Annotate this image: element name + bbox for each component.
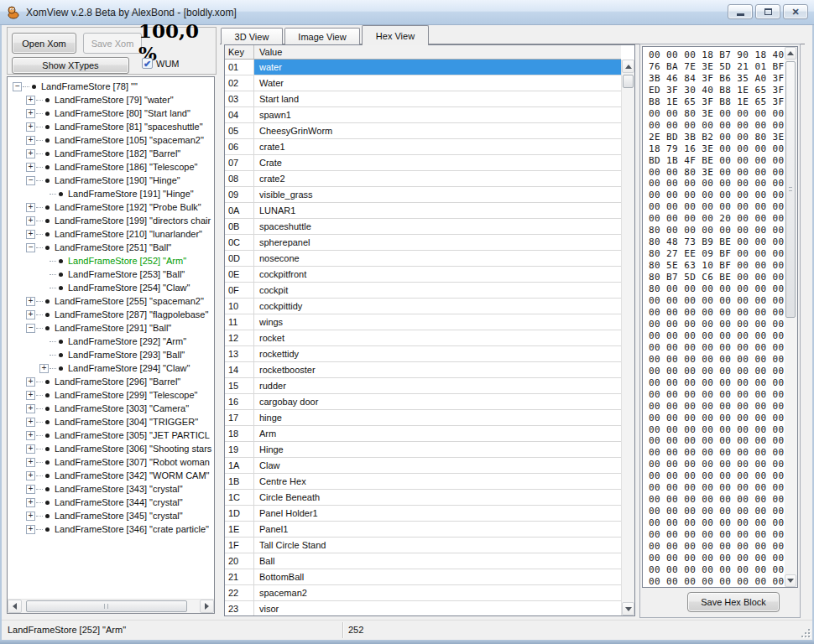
tree-item[interactable]: +LandFrameStore [305] "JET PARTICL [8, 428, 214, 442]
tree-item[interactable]: +LandFrameStore [287] "flagpolebase" [8, 308, 214, 321]
plus-expander-icon[interactable]: + [26, 149, 35, 158]
table-row[interactable]: 02Water [225, 75, 621, 91]
tree-item[interactable]: +LandFrameStore [304] "TRIGGER" [8, 415, 214, 428]
plus-expander-icon[interactable]: + [26, 203, 35, 212]
table-row[interactable]: 15rudder [225, 378, 621, 394]
table-row[interactable]: 06crate1 [225, 139, 621, 155]
tree-item[interactable]: +LandFrameStore [79] "water" [8, 93, 214, 106]
plus-expander-icon[interactable]: + [26, 404, 35, 413]
scroll-up-button[interactable] [785, 47, 796, 60]
plus-expander-icon[interactable]: + [26, 377, 35, 387]
tree-item[interactable]: +LandFrameStore [255] "spaceman2" [8, 294, 214, 308]
tree-item[interactable]: LandFrameStore [253] "Ball" [8, 267, 214, 281]
tree-item[interactable]: +LandFrameStore [192] "Probe Bulk" [8, 200, 214, 214]
table-row[interactable]: 17hinge [225, 410, 621, 426]
tab-3d-view[interactable]: 3D View [221, 28, 283, 44]
tree-item[interactable]: +LandFrameStore [80] "Start land" [8, 106, 214, 120]
table-row[interactable]: 07Crate [225, 155, 621, 171]
plus-expander-icon[interactable]: + [26, 485, 35, 494]
plus-expander-icon[interactable]: + [26, 512, 35, 521]
plus-expander-icon[interactable]: + [26, 310, 35, 319]
table-row[interactable]: 1DPanel Holder1 [225, 506, 621, 522]
tree-item[interactable]: +LandFrameStore [105] "spaceman2" [8, 133, 214, 147]
tree-item[interactable]: −LandFrameStore [291] "Ball" [8, 321, 214, 335]
tree-item[interactable]: +LandFrameStore [299] "Telescope" [8, 388, 214, 402]
minus-expander-icon[interactable]: − [13, 82, 22, 91]
table-row[interactable]: 1FTall Circle Stand [225, 538, 621, 553]
table-row[interactable]: 1EPanel1 [225, 522, 621, 538]
minimize-button[interactable] [728, 4, 753, 19]
plus-expander-icon[interactable]: + [26, 418, 35, 427]
grid-vertical-scrollbar[interactable] [621, 60, 634, 615]
scroll-up-button[interactable] [622, 60, 634, 73]
table-row[interactable]: 1CCircle Beneath [225, 490, 621, 506]
plus-expander-icon[interactable]: + [26, 96, 35, 105]
table-row[interactable]: 23visor [225, 601, 621, 615]
wum-checkbox-row[interactable]: ✔ WUM [142, 58, 180, 69]
table-row[interactable]: 0Bspaceshuttle [225, 219, 621, 235]
tree-item[interactable]: +LandFrameStore [346] "crate particle" [8, 522, 214, 536]
tree-horizontal-scrollbar[interactable] [8, 599, 214, 613]
show-xtypes-button[interactable]: Show XTypes [12, 57, 129, 74]
table-row[interactable]: 19Hinge [225, 442, 621, 458]
table-row[interactable]: 0Cspherepanel [225, 235, 621, 251]
scrollbar-thumb[interactable] [26, 600, 187, 612]
tree-item[interactable]: +LandFrameStore [186] "Telescope" [8, 160, 214, 174]
table-row[interactable]: 0Dnosecone [225, 251, 621, 267]
hex-vertical-scrollbar[interactable] [785, 47, 797, 587]
hex-dump-view[interactable]: 00 00 00 18 B7 90 18 4076 BA 7E 3E 5D 21… [642, 46, 798, 588]
tree-item[interactable]: +LandFrameStore [182] "Barrel" [8, 147, 214, 160]
plus-expander-icon[interactable]: + [26, 122, 35, 132]
tree-item[interactable]: LandFrameStore [191] "Hinge" [8, 187, 214, 200]
table-row[interactable]: 20Ball [225, 553, 621, 569]
table-row[interactable]: 04spawn1 [225, 107, 621, 123]
table-row[interactable]: 0ALUNAR1 [225, 203, 621, 219]
table-row[interactable]: 11wings [225, 314, 621, 330]
table-row[interactable]: 12rocket [225, 330, 621, 346]
tree-item[interactable]: LandFrameStore [293] "Ball" [8, 348, 214, 361]
plus-expander-icon[interactable]: + [26, 230, 35, 239]
save-xom-button[interactable]: Save Xom [83, 33, 142, 54]
table-row[interactable]: 03Start land [225, 91, 621, 107]
plus-expander-icon[interactable]: + [26, 163, 35, 172]
tree-item[interactable]: +LandFrameStore [199] "directors chair [8, 214, 214, 227]
plus-expander-icon[interactable]: + [26, 525, 35, 534]
open-xom-button[interactable]: Open Xom [12, 33, 76, 54]
table-row[interactable]: 1AClaw [225, 458, 621, 474]
minus-expander-icon[interactable]: − [26, 176, 35, 185]
tree-item[interactable]: +LandFrameStore [342] "WORM CAM" [8, 469, 214, 482]
tree-item[interactable]: −LandFrameStore [251] "Ball" [8, 241, 214, 254]
grid-body[interactable]: 01water02Water03Start land04spawn105Chee… [225, 60, 621, 615]
tree-item[interactable]: +LandFrameStore [296] "Barrel" [8, 375, 214, 388]
tree-item[interactable]: +LandFrameStore [344] "crystal" [8, 496, 214, 509]
table-row[interactable]: 18Arm [225, 426, 621, 442]
tree-item[interactable]: +LandFrameStore [345] "crystal" [8, 509, 214, 522]
minus-expander-icon[interactable]: − [26, 324, 35, 333]
table-row[interactable]: 10cockpittidy [225, 299, 621, 314]
scroll-left-button[interactable] [8, 600, 22, 613]
tab-hex-view[interactable]: Hex View [362, 25, 429, 45]
restore-button[interactable] [755, 4, 780, 19]
plus-expander-icon[interactable]: + [26, 444, 35, 454]
table-row[interactable]: 21BottomBall [225, 569, 621, 585]
plus-expander-icon[interactable]: + [26, 458, 35, 467]
plus-expander-icon[interactable]: + [26, 136, 35, 145]
tree-item[interactable]: LandFrameStore [254] "Claw" [8, 281, 214, 294]
scroll-down-button[interactable] [785, 574, 796, 587]
table-row[interactable]: 08crate2 [225, 171, 621, 187]
tree-item[interactable]: +LandFrameStore [306] "Shooting stars [8, 442, 214, 455]
table-row[interactable]: 0Fcockpit [225, 283, 621, 299]
tree-item[interactable]: +LandFrameStore [307] "Robot woman [8, 455, 214, 469]
scrollbar-thumb[interactable] [785, 61, 796, 318]
plus-expander-icon[interactable]: + [26, 391, 35, 400]
table-row[interactable]: 09visible_grass [225, 187, 621, 203]
table-row[interactable]: 05CheesyGrinWorm [225, 123, 621, 139]
plus-expander-icon[interactable]: + [39, 364, 49, 373]
plus-expander-icon[interactable]: + [26, 471, 35, 480]
tree-item[interactable]: +LandFrameStore [210] "lunarlander" [8, 227, 214, 241]
tree-item[interactable]: +LandFrameStore [81] "spaceshuttle" [8, 120, 214, 133]
table-row[interactable]: 01water [225, 60, 621, 75]
tab-image-view[interactable]: Image View [284, 28, 360, 44]
close-button[interactable]: ✕ [783, 4, 808, 19]
table-row[interactable]: 13rockettidy [225, 346, 621, 362]
